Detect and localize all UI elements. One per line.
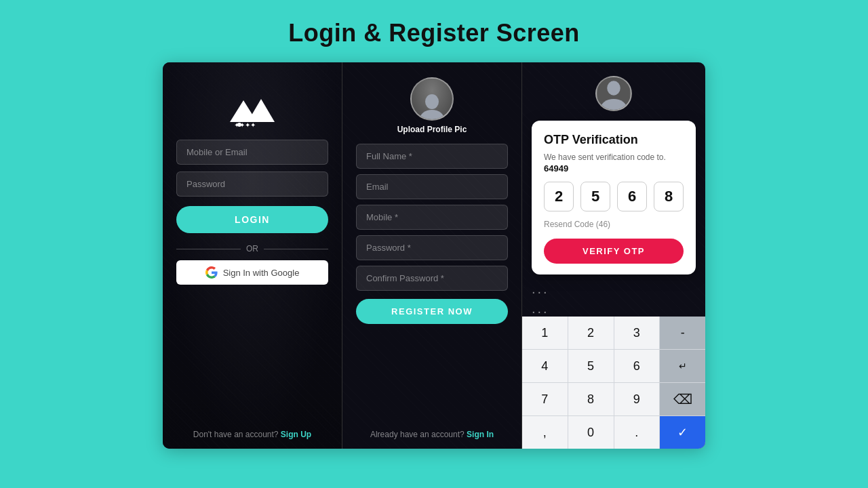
mobile-input[interactable] xyxy=(356,205,508,230)
signup-link[interactable]: Sign Up xyxy=(281,430,311,439)
svg-point-7 xyxy=(607,81,620,95)
numpad-period[interactable]: . xyxy=(614,416,660,449)
otp-avatar-image xyxy=(597,77,631,110)
numpad-8[interactable]: 8 xyxy=(568,383,614,415)
register-fields xyxy=(356,144,508,291)
login-fields xyxy=(176,140,328,197)
reg-footer-text: Already have an account? xyxy=(370,430,465,439)
otp-phone: 64949 xyxy=(544,163,684,174)
svg-marker-1 xyxy=(248,99,275,122)
resend-text[interactable]: Resend Code (46) xyxy=(544,220,684,229)
otp-profile-avatar xyxy=(595,76,632,111)
numpad: 1 2 3 - 4 5 6 ↵ 7 8 9 ⌫ , 0 . ✓ xyxy=(522,317,705,449)
login-footer-text: Don't have an account? xyxy=(193,430,279,439)
numpad-6[interactable]: 6 xyxy=(614,350,660,382)
numpad-3[interactable]: 3 xyxy=(614,317,660,349)
otp-digit-3[interactable]: 6 xyxy=(617,182,647,211)
signin-link[interactable]: Sign In xyxy=(467,430,494,439)
numpad-enter[interactable]: ↵ xyxy=(660,350,705,382)
reg-password-input[interactable] xyxy=(356,235,508,260)
login-screen: ✦✦✦✦ LOGIN OR Sign In with Go xyxy=(163,62,342,449)
fullname-input[interactable] xyxy=(356,144,508,169)
numpad-confirm[interactable]: ✓ xyxy=(660,416,705,449)
register-footer: Already have an account? Sign In xyxy=(342,430,521,439)
otp-title: OTP Verification xyxy=(544,133,684,147)
otp-card: OTP Verification We have sent verificati… xyxy=(532,121,696,274)
numpad-9[interactable]: 9 xyxy=(614,383,660,415)
login-button[interactable]: LOGIN xyxy=(176,206,328,233)
numpad-4[interactable]: 4 xyxy=(522,350,568,382)
email-input[interactable] xyxy=(176,140,328,165)
register-content: Upload Profile Pic REGISTER NOW xyxy=(356,62,508,331)
verify-otp-button[interactable]: VERIFY OTP xyxy=(544,239,684,264)
google-icon xyxy=(205,266,218,279)
reg-email-input[interactable] xyxy=(356,174,508,199)
otp-digit-4[interactable]: 8 xyxy=(654,182,684,211)
numpad-5[interactable]: 5 xyxy=(568,350,614,382)
page-title: Login & Register Screen xyxy=(288,19,580,47)
profile-image xyxy=(412,79,452,119)
svg-point-5 xyxy=(420,110,444,119)
numpad-comma[interactable]: , xyxy=(522,416,568,449)
otp-dots-2: ... xyxy=(532,301,549,317)
divider-line-right xyxy=(264,249,328,249)
logo-area: ✦✦✦✦ xyxy=(222,87,283,127)
numpad-backspace[interactable]: ⌫ xyxy=(660,383,705,415)
or-text: OR xyxy=(246,244,258,253)
otp-dots-1: ... xyxy=(532,281,549,297)
register-button[interactable]: REGISTER NOW xyxy=(356,299,508,324)
google-btn-label: Sign In with Google xyxy=(223,268,300,278)
svg-text:✦✦✦✦: ✦✦✦✦ xyxy=(234,121,256,127)
divider-line-left xyxy=(176,249,241,249)
profile-silhouette xyxy=(417,92,447,119)
svg-point-4 xyxy=(425,94,439,109)
screens-container: ✦✦✦✦ LOGIN OR Sign In with Go xyxy=(163,62,705,449)
numpad-7[interactable]: 7 xyxy=(522,383,568,415)
numpad-0[interactable]: 0 xyxy=(568,416,614,449)
otp-digit-2[interactable]: 5 xyxy=(580,182,610,211)
password-input[interactable] xyxy=(176,171,328,197)
login-content: ✦✦✦✦ LOGIN OR Sign In with Go xyxy=(176,62,328,290)
or-divider: OR xyxy=(176,244,328,253)
register-screen: Upload Profile Pic REGISTER NOW Already … xyxy=(342,62,522,449)
profile-upload-area[interactable]: Upload Profile Pic xyxy=(397,77,467,134)
numpad-minus[interactable]: - xyxy=(660,317,705,349)
login-footer: Don't have an account? Sign Up xyxy=(163,430,342,439)
otp-digit-1[interactable]: 2 xyxy=(544,182,574,211)
numpad-2[interactable]: 2 xyxy=(568,317,614,349)
otp-subtitle: We have sent verification code to. xyxy=(544,152,684,162)
profile-circle xyxy=(410,77,454,121)
otp-screen: OTP Verification We have sent verificati… xyxy=(522,62,705,449)
upload-label: Upload Profile Pic xyxy=(397,125,467,134)
numpad-1[interactable]: 1 xyxy=(522,317,568,349)
google-signin-button[interactable]: Sign In with Google xyxy=(176,260,328,285)
confirm-password-input[interactable] xyxy=(356,266,508,291)
otp-digits: 2 5 6 8 xyxy=(544,182,684,211)
app-logo: ✦✦✦✦ xyxy=(222,87,283,127)
